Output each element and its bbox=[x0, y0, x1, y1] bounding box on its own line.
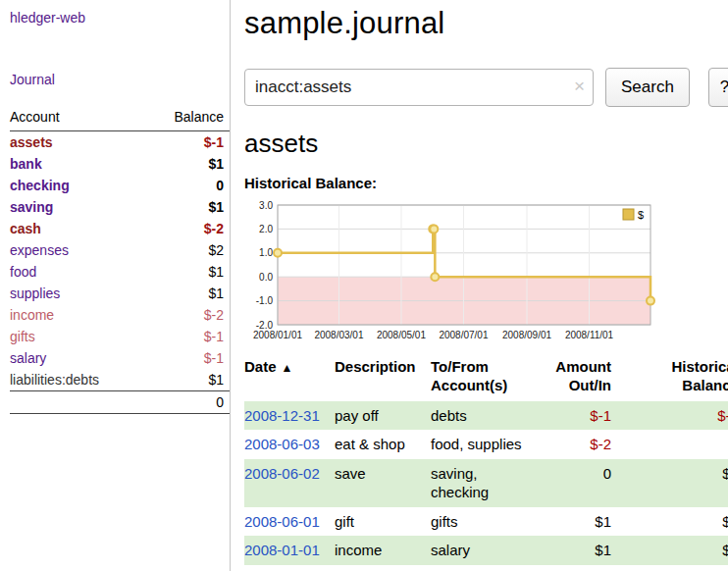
chart-title: Historical Balance: bbox=[244, 175, 728, 191]
journal-nav: Journal bbox=[10, 72, 230, 87]
register-row: 2008-06-03eat & shopfood, supplies$-20 bbox=[244, 430, 728, 459]
chart-ytick-label: 1.0 bbox=[259, 247, 273, 258]
chart-ytick-label: -2.0 bbox=[256, 320, 274, 331]
register-amount: $1 bbox=[545, 536, 613, 565]
register-description: eat & shop bbox=[335, 430, 431, 459]
register-accounts: food, supplies bbox=[431, 430, 545, 459]
help-button[interactable]: ? bbox=[708, 68, 728, 107]
account-heading: assets bbox=[244, 129, 728, 159]
accounts-total-spacer bbox=[10, 391, 148, 414]
register-amount: 0 bbox=[545, 459, 613, 507]
account-balance: $-1 bbox=[148, 326, 230, 347]
sort-ascending-icon[interactable]: ▲ bbox=[282, 361, 293, 375]
account-row: salary$-1 bbox=[10, 347, 230, 369]
register-description: pay off bbox=[335, 401, 431, 431]
register-column-header[interactable]: Date▲ bbox=[244, 354, 335, 401]
register-date-link[interactable]: 2008-01-01 bbox=[244, 542, 320, 558]
account-balance: $-2 bbox=[148, 304, 230, 326]
page-title: sample.journal bbox=[244, 6, 728, 41]
account-balance: $1 bbox=[148, 196, 230, 218]
account-row: checking0 bbox=[10, 175, 230, 196]
account-link[interactable]: gifts bbox=[10, 329, 35, 344]
account-link[interactable]: checking bbox=[10, 178, 70, 193]
account-balance: $1 bbox=[148, 283, 230, 304]
clear-search-icon[interactable]: × bbox=[574, 76, 585, 97]
account-balance: $2 bbox=[148, 239, 230, 261]
search-input[interactable] bbox=[244, 69, 594, 106]
app-title: hledger-web bbox=[10, 10, 230, 26]
register-amount: $-1 bbox=[545, 401, 613, 431]
chart-xtick-label: 2008/01/01 bbox=[253, 330, 302, 340]
chart-xtick-label: 2008/07/01 bbox=[439, 330, 488, 340]
accounts-header-account: Account bbox=[10, 107, 148, 131]
register-column-label: Amount Out/In bbox=[555, 358, 611, 393]
search-row: × Search ? bbox=[244, 68, 728, 107]
register-balance: $2 bbox=[613, 507, 728, 537]
account-row: saving$1 bbox=[10, 196, 230, 218]
search-button[interactable]: Search bbox=[605, 68, 690, 107]
account-balance: $-2 bbox=[148, 218, 230, 239]
accounts-total-value: 0 bbox=[148, 391, 230, 414]
sidebar: hledger-web Journal Account Balance asse… bbox=[0, 0, 231, 571]
chart-legend-label: $ bbox=[638, 209, 644, 221]
account-row: gifts$-1 bbox=[10, 326, 230, 347]
account-link[interactable]: expenses bbox=[10, 242, 69, 258]
register-column-label: To/From Account(s) bbox=[431, 358, 507, 393]
register-column-header: To/From Account(s) bbox=[431, 354, 545, 401]
account-link[interactable]: food bbox=[10, 264, 36, 280]
chart-data-marker bbox=[430, 225, 438, 233]
account-link[interactable]: income bbox=[10, 307, 54, 323]
register-header-row: Date▲DescriptionTo/From Account(s)Amount… bbox=[244, 354, 728, 401]
account-link[interactable]: supplies bbox=[10, 286, 60, 301]
account-row: food$1 bbox=[10, 261, 230, 283]
register-date-link[interactable]: 2008-12-31 bbox=[244, 407, 320, 424]
account-row: assets$-1 bbox=[10, 131, 230, 154]
account-link[interactable]: assets bbox=[10, 134, 53, 150]
register-column-label: Historical Balance bbox=[672, 358, 728, 393]
account-link[interactable]: saving bbox=[10, 199, 53, 215]
account-link[interactable]: bank bbox=[10, 156, 42, 172]
register-row: 2008-01-01incomesalary$1$1 bbox=[244, 536, 728, 565]
register-row: 2008-06-01giftgifts$1$2 bbox=[244, 507, 728, 537]
register-accounts: salary bbox=[431, 536, 545, 565]
account-row: liabilities:debts$1 bbox=[10, 369, 230, 391]
account-balance: $-1 bbox=[148, 347, 230, 369]
register-date-link[interactable]: 2008-06-02 bbox=[244, 465, 320, 482]
register-amount: $-2 bbox=[545, 430, 613, 459]
journal-link[interactable]: Journal bbox=[10, 72, 55, 87]
account-row: expenses$2 bbox=[10, 239, 230, 261]
chart-data-marker bbox=[647, 297, 654, 305]
chart-xtick-label: 2008/11/01 bbox=[565, 330, 614, 340]
register-balance: $1 bbox=[613, 536, 728, 565]
register-date-link[interactable]: 2008-06-01 bbox=[244, 513, 320, 530]
register-description: gift bbox=[335, 507, 431, 537]
register-description: income bbox=[335, 536, 431, 565]
app-window: hledger-web Journal Account Balance asse… bbox=[0, 0, 728, 571]
chart-xtick-label: 2008/03/01 bbox=[314, 330, 363, 340]
register-description: save bbox=[335, 459, 431, 507]
account-link[interactable]: cash bbox=[10, 221, 41, 236]
register-balance: $2 bbox=[613, 459, 728, 507]
register-column-label: Date bbox=[244, 358, 277, 375]
register-column-header: Description bbox=[335, 354, 431, 401]
accounts-table: Account Balance assets$-1bank$1checking0… bbox=[10, 107, 230, 414]
chart-data-marker bbox=[431, 273, 439, 281]
chart-data-marker bbox=[274, 249, 282, 257]
account-row: cash$-2 bbox=[10, 218, 230, 239]
app-title-link[interactable]: hledger-web bbox=[10, 10, 85, 26]
register-table: Date▲DescriptionTo/From Account(s)Amount… bbox=[244, 354, 728, 565]
account-link[interactable]: liabilities:debts bbox=[10, 372, 99, 388]
chart-ytick-label: 0.0 bbox=[259, 272, 273, 283]
chart-legend-swatch bbox=[623, 209, 634, 220]
register-date-link[interactable]: 2008-06-03 bbox=[244, 436, 320, 452]
register-balance: 0 bbox=[613, 430, 728, 459]
chart-ytick-label: 2.0 bbox=[259, 224, 273, 234]
account-link[interactable]: salary bbox=[10, 350, 46, 366]
chart-xtick-label: 2008/05/01 bbox=[377, 330, 426, 340]
register-accounts: gifts bbox=[431, 507, 545, 537]
register-column-label: Description bbox=[335, 358, 416, 375]
register-column-header: Historical Balance bbox=[613, 354, 728, 401]
accounts-header-row: Account Balance bbox=[10, 107, 230, 131]
search-box: × bbox=[244, 69, 594, 106]
historical-balance-chart: 3.02.01.00.0-1.0-2.02008/01/012008/03/01… bbox=[244, 195, 656, 344]
